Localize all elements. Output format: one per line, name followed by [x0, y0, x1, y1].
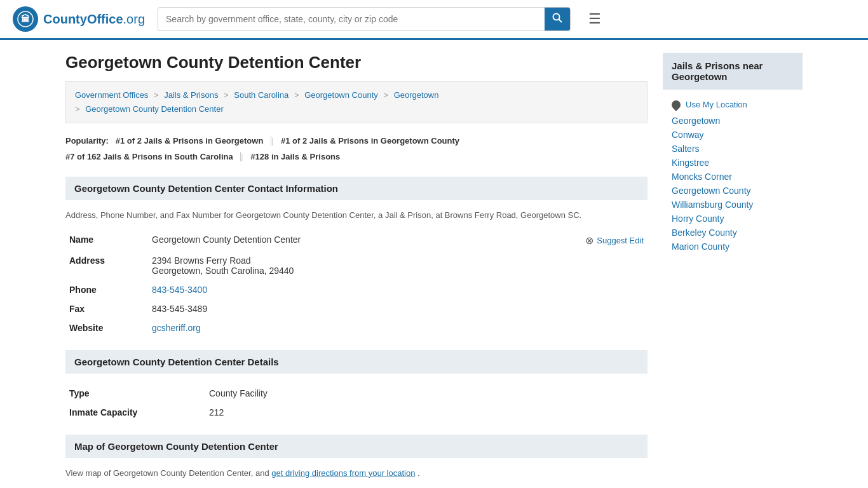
menu-button[interactable]: ☰ [583, 8, 606, 30]
sidebar-links-list: Georgetown Conway Salters Kingstree Monc… [663, 116, 803, 252]
type-label: Type [65, 384, 205, 403]
breadcrumb-georgetown[interactable]: Georgetown [394, 90, 439, 100]
popularity-item-1: #1 of 2 Jails & Prisons in Georgetown [116, 136, 264, 146]
list-item: Berkeley County [672, 227, 794, 238]
phone-link[interactable]: 843-545-3400 [152, 285, 207, 295]
sidebar-link-williamsburg-county[interactable]: Williamsburg County [672, 200, 753, 210]
table-row: Fax 843-545-3489 [65, 299, 648, 318]
details-section-header: Georgetown County Detention Center Detai… [65, 350, 648, 374]
table-row: Type County Facility [65, 384, 648, 403]
address-label: Address [65, 251, 148, 280]
driving-directions-link[interactable]: get driving directions from your locatio… [271, 468, 415, 478]
header: 🏛 CountyOffice.org ☰ [0, 0, 868, 40]
svg-point-2 [553, 14, 560, 20]
main-content: Georgetown County Detention Center Gover… [65, 53, 648, 478]
popularity-item-3: #7 of 162 Jails & Prisons in South Carol… [65, 152, 233, 161]
breadcrumb-gov-offices[interactable]: Government Offices [75, 90, 148, 100]
contact-table: Name Georgetown County Detention Center … [65, 230, 648, 337]
logo-text: CountyOffice.org [43, 12, 145, 27]
address-value: 2394 Browns Ferry Road Georgetown, South… [148, 251, 648, 280]
name-value: Georgetown County Detention Center ⊗ Sug… [148, 230, 648, 251]
edit-icon: ⊗ [585, 234, 593, 247]
breadcrumb-jails-prisons[interactable]: Jails & Prisons [164, 90, 218, 100]
list-item: Salters [672, 144, 794, 154]
list-item: Georgetown [672, 116, 794, 126]
use-my-location-button[interactable]: Use My Location [663, 96, 803, 113]
list-item: Horry County [672, 214, 794, 224]
breadcrumb-current[interactable]: Georgetown County Detention Center [85, 104, 224, 114]
table-row: Name Georgetown County Detention Center … [65, 230, 648, 251]
sidebar-link-horry-county[interactable]: Horry County [672, 214, 724, 224]
sidebar-link-salters[interactable]: Salters [672, 144, 700, 154]
contact-description: Address, Phone Number, and Fax Number fo… [65, 210, 648, 220]
breadcrumb: Government Offices > Jails & Prisons > S… [65, 81, 648, 123]
table-row: Address 2394 Browns Ferry Road Georgetow… [65, 251, 648, 280]
list-item: Moncks Corner [672, 172, 794, 182]
svg-text:🏛: 🏛 [21, 13, 30, 24]
sidebar-link-marion-county[interactable]: Marion County [672, 241, 729, 252]
breadcrumb-south-carolina[interactable]: South Carolina [234, 90, 288, 100]
table-row: Phone 843-545-3400 [65, 280, 648, 299]
location-icon [670, 98, 682, 111]
website-value: gcsheriff.org [148, 318, 648, 337]
list-item: Georgetown County [672, 186, 794, 196]
phone-label: Phone [65, 280, 148, 299]
page-title: Georgetown County Detention Center [65, 53, 648, 72]
sidebar-link-georgetown[interactable]: Georgetown [672, 116, 720, 126]
search-button[interactable] [545, 8, 570, 30]
popularity-item-4: #128 in Jails & Prisons [250, 152, 340, 161]
sidebar-link-conway[interactable]: Conway [672, 130, 704, 140]
fax-label: Fax [65, 299, 148, 318]
table-row: Inmate Capacity 212 [65, 403, 648, 422]
details-table: Type County Facility Inmate Capacity 212 [65, 384, 648, 422]
search-bar [158, 7, 571, 31]
breadcrumb-georgetown-county[interactable]: Georgetown County [304, 90, 378, 100]
logo-icon: 🏛 [13, 6, 38, 32]
table-row: Website gcsheriff.org [65, 318, 648, 337]
main-container: Georgetown County Detention Center Gover… [53, 40, 815, 488]
sidebar-link-kingstree[interactable]: Kingstree [672, 158, 709, 168]
type-value: County Facility [205, 384, 648, 403]
svg-line-3 [559, 20, 562, 23]
popularity-item-2: #1 of 2 Jails & Prisons in Georgetown Co… [281, 136, 459, 146]
website-label: Website [65, 318, 148, 337]
name-label: Name [65, 230, 148, 251]
sidebar-link-berkeley-county[interactable]: Berkeley County [672, 227, 737, 238]
capacity-label: Inmate Capacity [65, 403, 205, 422]
map-description: View map of Georgetown County Detention … [65, 468, 648, 478]
sidebar-link-moncks-corner[interactable]: Moncks Corner [672, 172, 732, 182]
list-item: Williamsburg County [672, 200, 794, 210]
fax-value: 843-545-3489 [148, 299, 648, 318]
map-section-header: Map of Georgetown County Detention Cente… [65, 435, 648, 458]
logo-link[interactable]: 🏛 CountyOffice.org [13, 6, 145, 32]
list-item: Marion County [672, 241, 794, 252]
list-item: Kingstree [672, 158, 794, 168]
sidebar: Jails & Prisons near Georgetown Use My L… [663, 53, 803, 478]
phone-value: 843-545-3400 [148, 280, 648, 299]
contact-section-header: Georgetown County Detention Center Conta… [65, 177, 648, 200]
sidebar-header: Jails & Prisons near Georgetown [663, 53, 803, 90]
capacity-value: 212 [205, 403, 648, 422]
website-link[interactable]: gcsheriff.org [152, 323, 201, 333]
list-item: Conway [672, 130, 794, 140]
sidebar-link-georgetown-county[interactable]: Georgetown County [672, 186, 751, 196]
suggest-edit-link[interactable]: ⊗ Suggest Edit [585, 234, 644, 247]
popularity-section: Popularity: #1 of 2 Jails & Prisons in G… [65, 133, 648, 165]
search-input[interactable] [158, 9, 545, 29]
